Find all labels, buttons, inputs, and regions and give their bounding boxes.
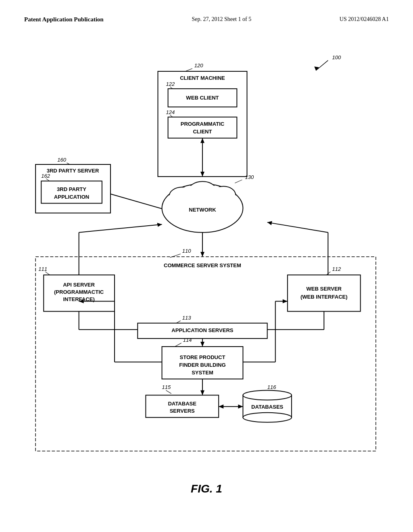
svg-line-41 (166, 390, 171, 393)
svg-line-50 (79, 224, 162, 233)
svg-marker-25 (267, 221, 272, 225)
third-party-app-label1: 3RD PARTY (57, 186, 86, 192)
header-center: Sep. 27, 2012 Sheet 1 of 5 (192, 16, 251, 23)
page: Patent Application Publication Sep. 27, … (0, 0, 413, 532)
store-product-label1: STORE PRODUCT (180, 354, 225, 360)
programmatic-client-label1: PROGRAMMATIC (181, 121, 225, 127)
svg-line-0 (316, 60, 328, 71)
header-left: Patent Application Publication (24, 16, 104, 23)
web-client-label: WEB CLIENT (186, 95, 219, 101)
ref-111: 111 (38, 266, 47, 272)
diagram-svg: 100 120 CLIENT MACHINE 122 WEB CLIENT 12… (24, 35, 389, 478)
ref-162: 162 (41, 173, 50, 179)
header-right: US 2012/0246028 A1 (340, 16, 389, 23)
svg-line-12 (235, 180, 242, 183)
svg-marker-22 (200, 252, 204, 257)
ref-160: 160 (57, 157, 67, 163)
ref-122: 122 (166, 81, 175, 87)
third-party-server-label: 3RD PARTY SERVER (47, 168, 99, 174)
fig-label: FIG. 1 (24, 482, 389, 495)
svg-marker-40 (200, 390, 204, 395)
api-server-label1: API SERVER (63, 282, 95, 288)
commerce-server-label: COMMERCE SERVER SYSTEM (164, 262, 241, 268)
programmatic-client-box (168, 117, 237, 138)
store-product-label3: SYSTEM (192, 370, 213, 376)
database-servers-label2: SERVERS (170, 408, 195, 414)
svg-point-48 (243, 413, 292, 422)
page-header: Patent Application Publication Sep. 27, … (24, 16, 389, 23)
svg-line-24 (267, 222, 328, 233)
database-servers-label1: DATABASE (168, 401, 196, 407)
third-party-app-label2: APPLICATION (54, 194, 89, 200)
svg-point-19 (189, 185, 216, 201)
svg-marker-59 (283, 299, 288, 303)
web-server-label1: WEB SERVER (307, 286, 342, 292)
ref-130: 130 (245, 174, 254, 180)
application-servers-label: APPLICATION SERVERS (171, 327, 234, 333)
web-server-label2: (WEB INTERFACE) (300, 294, 348, 300)
ref-114: 114 (183, 337, 192, 343)
network-label: NETWORK (189, 207, 216, 213)
ref-124: 124 (166, 109, 175, 115)
svg-marker-51 (157, 223, 162, 227)
svg-marker-38 (200, 342, 204, 347)
svg-point-47 (243, 390, 292, 400)
svg-point-20 (212, 190, 235, 204)
web-server-box (288, 275, 361, 311)
third-party-app-box (41, 181, 102, 203)
databases-label: DATABASES (251, 404, 284, 410)
svg-marker-45 (238, 405, 243, 409)
store-product-label2: FINDER BUILDING (179, 362, 225, 368)
ref-110: 110 (182, 248, 192, 254)
ref-116: 116 (267, 384, 277, 390)
api-server-label2: (PROGRAMMACTIC (54, 289, 104, 295)
svg-marker-44 (219, 405, 223, 409)
ref-115: 115 (162, 384, 171, 390)
ref-120: 120 (194, 62, 204, 69)
client-machine-label: CLIENT MACHINE (180, 75, 225, 81)
programmatic-client-label2: CLIENT (193, 129, 212, 135)
ref-113: 113 (182, 315, 192, 321)
ref-100: 100 (332, 54, 341, 60)
diagram-area: 100 120 CLIENT MACHINE 122 WEB CLIENT 12… (24, 35, 389, 478)
ref-112: 112 (332, 266, 341, 272)
